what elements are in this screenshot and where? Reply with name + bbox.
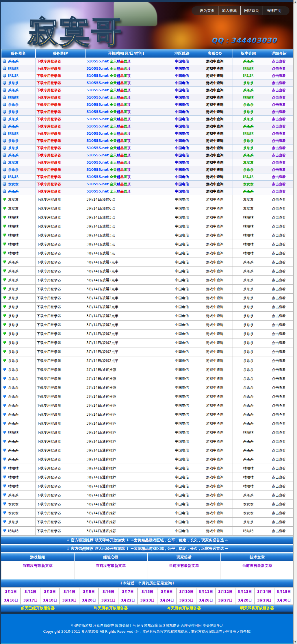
server-name-link[interactable]: 杀杀杀 xyxy=(8,146,18,150)
calendar-date-link[interactable]: 3月8日 xyxy=(142,590,153,594)
news-column-title[interactable]: 游戏新闻 xyxy=(1,553,74,561)
detail-link[interactable]: 点击查看 xyxy=(264,482,294,491)
detail-link[interactable]: 点击查看 xyxy=(264,428,294,437)
link-day-before-yesterday[interactable]: 前天已经开放服务器 xyxy=(21,605,55,612)
calendar-date-link[interactable]: 3月25日 xyxy=(179,598,193,602)
server-name-link[interactable]: 杀杀杀 xyxy=(8,103,18,107)
server-name-link[interactable]: 杀杀杀 xyxy=(8,168,18,172)
detail-link[interactable]: 点击查看 xyxy=(264,195,294,204)
detail-link[interactable]: 点击查看 xyxy=(264,108,294,116)
server-name-link[interactable]: 杀杀杀 xyxy=(8,368,18,372)
server-name-link[interactable]: 杀杀杀 xyxy=(8,332,18,336)
detail-link[interactable]: 点击查看 xyxy=(264,347,294,356)
news-column-title[interactable]: 经验心得 xyxy=(75,553,147,561)
server-name-link[interactable]: 杀杀杀 xyxy=(8,81,18,85)
calendar-date-link[interactable]: 3月20日 xyxy=(82,598,96,602)
server-name-link[interactable]: 咕咕咕 xyxy=(8,215,18,219)
news-empty-link[interactable]: 当前没有最新文章 xyxy=(96,563,126,568)
link-yesterday[interactable]: 昨天所有开放服务器 xyxy=(94,605,128,612)
nav-site-home[interactable]: 网站首页 xyxy=(240,6,263,15)
detail-link[interactable]: 点击查看 xyxy=(264,204,294,213)
promo-banner-yesterday[interactable]: ↓ 官方强烈推荐 昨天已经开放游戏 ↓ →套黄精品游戏区域，公平，稳定，长久，玩… xyxy=(1,545,294,552)
calendar-date-link[interactable]: 3月11日 xyxy=(199,590,213,594)
calendar-date-link[interactable]: 3月28日 xyxy=(238,598,252,602)
detail-link[interactable]: 点击查看 xyxy=(264,356,294,365)
detail-link[interactable]: 点击查看 xyxy=(264,166,294,173)
detail-link[interactable]: 点击查看 xyxy=(264,65,294,72)
calendar-date-link[interactable]: 3月27日 xyxy=(218,598,232,602)
detail-link[interactable]: 点击查看 xyxy=(264,518,294,527)
detail-link[interactable]: 点击查看 xyxy=(264,500,294,509)
server-name-link[interactable]: 杀杀杀 xyxy=(8,110,18,114)
detail-link[interactable]: 点击查看 xyxy=(264,159,294,166)
server-name-link[interactable]: 杀杀杀 xyxy=(8,323,18,327)
server-name-link[interactable]: 杀杀杀 xyxy=(8,395,18,399)
detail-link[interactable]: 点击查看 xyxy=(264,285,294,294)
server-name-link[interactable]: 咕咕咕 xyxy=(8,466,18,470)
calendar-date-link[interactable]: 3月22日 xyxy=(121,598,135,602)
detail-link[interactable]: 点击查看 xyxy=(264,312,294,321)
detail-link[interactable]: 点击查看 xyxy=(264,188,294,195)
server-name-link[interactable]: 杀杀杀 xyxy=(8,287,18,291)
server-name-link[interactable]: 杀杀杀 xyxy=(8,493,18,497)
detail-link[interactable]: 点击查看 xyxy=(264,338,294,347)
server-name-link[interactable]: 杀杀杀 xyxy=(8,448,18,452)
server-name-link[interactable]: 杀杀杀 xyxy=(8,314,18,318)
calendar-date-link[interactable]: 3月23日 xyxy=(140,598,154,602)
news-empty-link[interactable]: 当前没有最新文章 xyxy=(23,563,53,568)
detail-link[interactable]: 点击查看 xyxy=(264,473,294,482)
server-name-link[interactable]: 杀杀杀 xyxy=(8,341,18,345)
server-name-link[interactable]: 杀杀杀 xyxy=(8,404,18,408)
detail-link[interactable]: 点击查看 xyxy=(264,137,294,145)
server-name-link[interactable]: 咕咕咕 xyxy=(8,66,18,71)
server-name-link[interactable]: 咕咕咕 xyxy=(8,224,18,228)
detail-link[interactable]: 点击查看 xyxy=(264,58,294,65)
scroll-up-arrow-icon[interactable]: ▲ xyxy=(294,0,297,4)
detail-link[interactable]: 点击查看 xyxy=(264,231,294,240)
calendar-date-link[interactable]: 3月21日 xyxy=(101,598,116,602)
detail-link[interactable]: 点击查看 xyxy=(264,222,294,231)
detail-link[interactable]: 点击查看 xyxy=(264,401,294,410)
calendar-date-link[interactable]: 3月4日 xyxy=(64,590,75,594)
calendar-date-link[interactable]: 3月17日 xyxy=(23,598,38,602)
server-name-link[interactable]: 杀杀杀 xyxy=(8,269,18,273)
server-name-link[interactable]: 杀杀杀 xyxy=(8,117,18,121)
detail-link[interactable]: 点击查看 xyxy=(264,464,294,473)
detail-link[interactable]: 点击查看 xyxy=(264,240,294,249)
promo-banner-tomorrow[interactable]: ↓ 官方强烈推荐 明天即将开放游戏 ↓ →套黄精品游戏区域，公平，稳定，长久，玩… xyxy=(1,536,294,544)
server-name-link[interactable]: 杀杀杀 xyxy=(8,296,18,300)
detail-link[interactable]: 点击查看 xyxy=(264,94,294,101)
server-name-link[interactable]: 杀杀杀 xyxy=(8,439,18,443)
detail-link[interactable]: 点击查看 xyxy=(264,365,294,374)
detail-link[interactable]: 点击查看 xyxy=(264,79,294,87)
server-name-link[interactable]: 咕咕咕 xyxy=(8,242,18,246)
server-name-link[interactable]: 杀杀杀 xyxy=(8,350,18,354)
detail-link[interactable]: 点击查看 xyxy=(264,173,294,181)
server-name-link[interactable]: 发发发 xyxy=(8,511,18,515)
detail-link[interactable]: 点击查看 xyxy=(264,330,294,338)
detail-link[interactable]: 点击查看 xyxy=(264,321,294,330)
detail-link[interactable]: 点击查看 xyxy=(264,123,294,130)
detail-link[interactable]: 点击查看 xyxy=(264,87,294,94)
calendar-date-link[interactable]: 3月12日 xyxy=(218,590,232,594)
server-name-link[interactable]: 杀杀杀 xyxy=(8,520,18,524)
server-name-link[interactable]: 咕咕咕 xyxy=(8,475,18,479)
calendar-date-link[interactable]: 3月13日 xyxy=(238,590,252,594)
detail-link[interactable]: 点击查看 xyxy=(264,145,294,152)
nav-set-homepage[interactable]: 设为首页 xyxy=(196,6,218,15)
server-name-link[interactable]: 咕咕咕 xyxy=(8,233,18,237)
detail-link[interactable]: 点击查看 xyxy=(264,130,294,137)
news-empty-link[interactable]: 当前没有最新文章 xyxy=(242,563,272,568)
server-name-link[interactable]: 杀杀杀 xyxy=(8,278,18,282)
detail-link[interactable]: 点击查看 xyxy=(264,392,294,401)
server-name-link[interactable]: 杀杀杀 xyxy=(8,189,18,193)
detail-link[interactable]: 点击查看 xyxy=(264,213,294,222)
calendar-date-link[interactable]: 3月14日 xyxy=(257,590,271,594)
detail-link[interactable]: 点击查看 xyxy=(264,303,294,312)
server-name-link[interactable]: 杀杀杀 xyxy=(8,377,18,381)
server-name-link[interactable]: 发发发 xyxy=(8,182,18,186)
detail-link[interactable]: 点击查看 xyxy=(264,437,294,446)
detail-link[interactable]: 点击查看 xyxy=(264,152,294,159)
calendar-date-link[interactable]: 3月3日 xyxy=(44,590,56,594)
detail-link[interactable]: 点击查看 xyxy=(264,455,294,464)
